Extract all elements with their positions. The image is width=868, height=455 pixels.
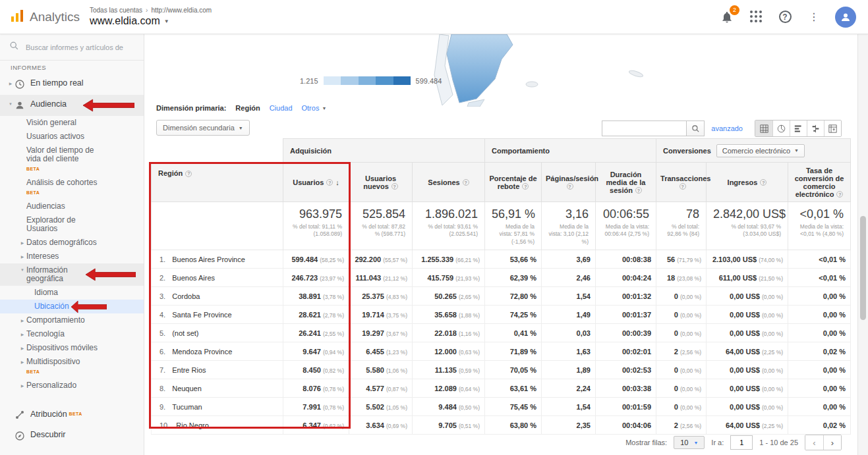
metric-cell: 8.450(0,82 %) [283,361,349,379]
metric-percent: (2,65 %) [459,294,480,300]
breadcrumb-separator: › [146,7,148,14]
sidebar-item-audiencias[interactable]: Audiencias [0,200,144,213]
row-rank: 1. [159,255,165,263]
help-icon[interactable]: ? [463,179,469,186]
sidebar-item-explorador-de-usuarios[interactable]: Explorador de Usuarios [0,213,144,236]
search-input[interactable] [26,43,131,51]
view-toggle-group [755,120,842,137]
region-link[interactable]: Rio Negro [176,421,209,429]
apps-grid-icon[interactable] [748,9,764,25]
avatar[interactable] [835,7,856,28]
table-view-icon[interactable] [755,120,772,136]
percentage-view-icon[interactable] [772,120,790,136]
column-header-region[interactable]: Región? [152,163,283,202]
primary-dimension-label: Dimensión primaria: [156,104,226,112]
dimension-otros-link[interactable]: Otros ▼ [302,104,327,112]
conversion-type-select[interactable]: Comercio electrónico ▼ [716,144,805,157]
region-link[interactable]: Cordoba [172,292,200,300]
rows-per-page-select[interactable]: 10 ▼ [674,436,705,449]
sidebar-item-audiencia[interactable]: ▼Audiencia [0,95,144,116]
sidebar-item-comportamiento[interactable]: ▶Comportamiento [0,313,144,327]
metric-percent: (0,63 %) [459,349,480,356]
region-link[interactable]: Buenos Aires [172,274,215,282]
column-header-sesiones[interactable]: Sesiones? [413,163,485,202]
sidebar-item-idioma[interactable]: Idioma [0,286,144,300]
region-link[interactable]: Mendoza Province [172,348,232,356]
help-icon[interactable]: ? [522,183,529,190]
metric-value: 9.705 [438,421,457,429]
region-link[interactable]: Entre Rios [172,366,206,374]
region-link[interactable]: (not set) [172,329,198,337]
dimension-ciudad-link[interactable]: Ciudad [270,104,293,112]
table-search-button[interactable] [686,120,705,136]
analytics-logo[interactable]: Analytics [0,9,90,25]
chevron-right-icon: ▶ [18,330,26,336]
goto-page-input[interactable] [730,435,753,450]
previous-page-button[interactable]: ‹ [805,435,823,450]
column-header-ingresos[interactable]: Ingresos? [707,163,788,202]
table-filter-input[interactable] [602,120,686,136]
sidebar-item-usuarios-activos[interactable]: Usuarios activos [0,130,144,144]
dimension-region-tab[interactable]: Región [235,104,260,112]
region-link[interactable]: Neuquen [172,385,202,392]
column-header-duracion-media[interactable]: Duración media de la sesión? [596,163,656,202]
sidebar-search[interactable] [0,34,144,61]
help-icon[interactable]: ? [391,183,398,190]
sidebar-item-label: Intereses [26,252,59,261]
column-header-porcentaje-rebote[interactable]: Porcentaje de rebote? [485,163,542,202]
sort-descending-icon[interactable]: ↓ [335,178,339,186]
advanced-filter-link[interactable]: avanzado [711,124,743,132]
column-header-transacciones[interactable]: Transacciones? [656,163,707,202]
help-icon[interactable]: ? [635,187,642,194]
help-icon[interactable]: ? [760,179,767,186]
sidebar-item-informacion-geografica[interactable]: ▼Información geográfica [0,263,144,286]
help-icon[interactable]: ? [567,183,573,190]
geo-map[interactable] [395,34,678,105]
metric-value: 246.723 [291,274,318,282]
sidebar-item-multidispositivo[interactable]: ▶MultidispositivoBETA [0,355,144,379]
sidebar-item-vision-general[interactable]: Visión general [0,116,144,130]
notifications-bell-icon[interactable]: 2 [719,9,735,25]
performance-view-icon[interactable] [790,120,807,136]
region-link[interactable]: Buenos Aires Province [172,255,245,263]
help-icon[interactable]: ? [185,171,192,177]
sidebar-item-atribucion[interactable]: AtribuciónBETA [0,404,144,425]
sidebar-item-valor-del-tiempo-de-vida-del-cliente[interactable]: Valor del tiempo de vida del clienteBETA [0,144,144,176]
help-icon[interactable]: ? [680,183,686,190]
column-header-paginas-sesion[interactable]: Páginas/sesión? [542,163,596,202]
annotation-arrow-icon [83,99,134,112]
chevron-right-icon: ▶ [18,238,26,245]
metric-percent: (0,00 %) [762,404,783,411]
analytics-bars-icon [11,9,24,25]
sidebar-item-ubicacion[interactable]: Ubicación [0,300,144,313]
sidebar-item-tecnologia[interactable]: ▶Tecnología [0,327,144,341]
pivot-view-icon[interactable] [824,120,841,136]
sidebar-item-en-tiempo-real[interactable]: ▶En tiempo real [0,74,144,95]
sidebar-item-intereses[interactable]: ▶Intereses [0,250,144,263]
help-icon[interactable]: ? [326,179,333,186]
region-link[interactable]: Santa Fe Province [172,311,232,319]
breadcrumb[interactable]: Todas las cuentas › http://www.eldia.com [90,7,212,14]
column-header-usuarios[interactable]: Usuarios?↓ [283,163,349,202]
vertical-scrollbar[interactable] [857,34,868,455]
region-cell: 10.Rio Negro [152,416,283,435]
region-link[interactable]: Tucuman [172,403,202,411]
secondary-dimension-button[interactable]: Dimensión secundaria ▼ [156,120,250,136]
sidebar-item-personalizado[interactable]: ▶Personalizado [0,379,144,392]
comparison-view-icon[interactable] [807,120,824,136]
property-selector[interactable]: www.eldia.com ▼ [90,15,212,27]
help-icon[interactable]: ? [777,9,793,25]
scrollbar-thumb[interactable] [860,216,866,320]
metric-percent: (1,23 %) [386,349,407,356]
help-icon[interactable]: ? [836,191,843,198]
column-header-usuarios-nuevos[interactable]: Usuarios nuevos? [349,163,413,202]
more-options-icon[interactable]: ⋮ [806,9,822,25]
sidebar-item-datos-demograficos[interactable]: ▶Datos demográficos [0,236,144,250]
sidebar-item-analisis-de-cohortes[interactable]: Análisis de cohortesBETA [0,176,144,200]
metric-value: 26.241 [299,329,321,337]
table-row: 5.(not set)26.241(2,55 %)19.297(3,67 %)2… [152,324,851,342]
next-page-button[interactable]: › [823,435,841,450]
sidebar-item-descubrir[interactable]: Descubrir [0,425,144,446]
sidebar-item-dispositivos-moviles[interactable]: ▶Dispositivos móviles [0,341,144,355]
column-header-tasa-conversion[interactable]: Tasa de conversión de comercio electróni… [788,163,851,202]
